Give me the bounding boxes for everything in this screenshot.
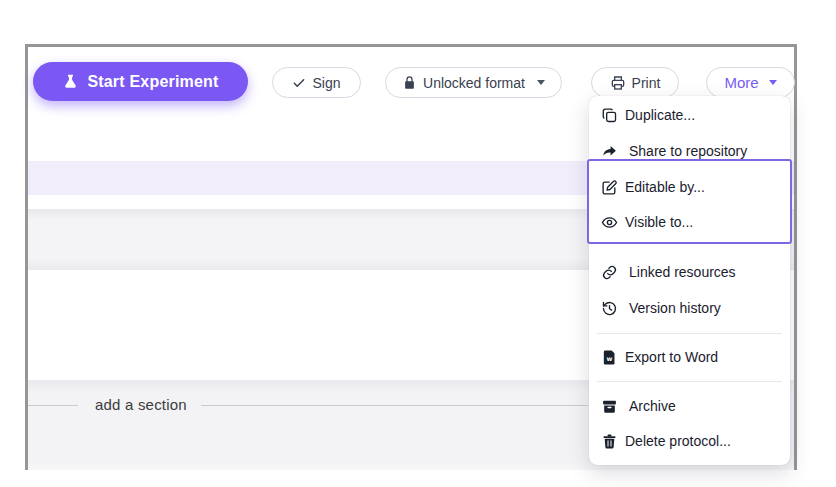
link-icon [601,264,618,281]
menu-item-visible-to[interactable]: Visible to... [589,210,790,234]
chevron-down-icon [537,80,545,85]
share-arrow-icon [601,143,618,160]
add-section-right-line [201,405,588,406]
printer-icon [610,75,626,91]
menu-item-editable-by[interactable]: Editable by... [589,175,790,199]
eye-icon [601,214,618,231]
chevron-down-icon [769,80,777,85]
menu-item-archive[interactable]: Archive [589,394,790,418]
lock-icon [402,75,417,90]
start-experiment-button[interactable]: Start Experiment [33,62,248,101]
archive-box-icon [601,398,618,415]
menu-item-share-to-repository[interactable]: Share to repository [589,139,790,163]
more-label: More [724,74,758,91]
add-section-button[interactable]: add a section [95,396,187,413]
menu-item-label: Visible to... [625,214,693,230]
menu-item-label: Archive [629,398,676,414]
menu-divider [597,381,782,382]
edit-pencil-square-icon [601,179,618,196]
menu-divider [597,333,782,334]
print-button[interactable]: Print [591,67,679,98]
print-label: Print [632,75,661,91]
trash-icon [601,433,618,450]
format-label: Unlocked format [423,75,525,91]
menu-item-label: Linked resources [629,264,736,280]
sign-label: Sign [312,75,340,91]
menu-item-export-to-word[interactable]: w Export to Word [589,345,790,369]
svg-text:w: w [607,355,613,363]
word-document-icon: w [601,349,618,366]
menu-item-label: Duplicate... [625,107,695,123]
add-section-left-line [28,405,78,406]
sign-button[interactable]: Sign [272,67,361,98]
menu-item-label: Version history [629,300,721,316]
check-icon [292,76,306,90]
flask-icon [62,73,79,90]
menu-item-label: Delete protocol... [625,433,731,449]
menu-item-linked-resources[interactable]: Linked resources [589,260,790,284]
menu-item-delete-protocol[interactable]: Delete protocol... [589,429,790,453]
menu-item-label: Export to Word [625,349,718,365]
start-experiment-label: Start Experiment [87,73,218,91]
format-lock-button[interactable]: Unlocked format [385,67,562,98]
menu-item-duplicate[interactable]: Duplicate... [589,103,790,127]
more-button[interactable]: More [706,67,795,98]
duplicate-icon [601,107,618,124]
menu-item-label: Share to repository [629,143,747,159]
screenshot-root: add a section Start Experiment Sign Unlo… [0,0,836,487]
menu-item-label: Editable by... [625,179,705,195]
history-clock-icon [601,300,618,317]
more-dropdown-menu: Duplicate... Share to repository Editabl… [589,96,790,465]
menu-item-version-history[interactable]: Version history [589,296,790,320]
